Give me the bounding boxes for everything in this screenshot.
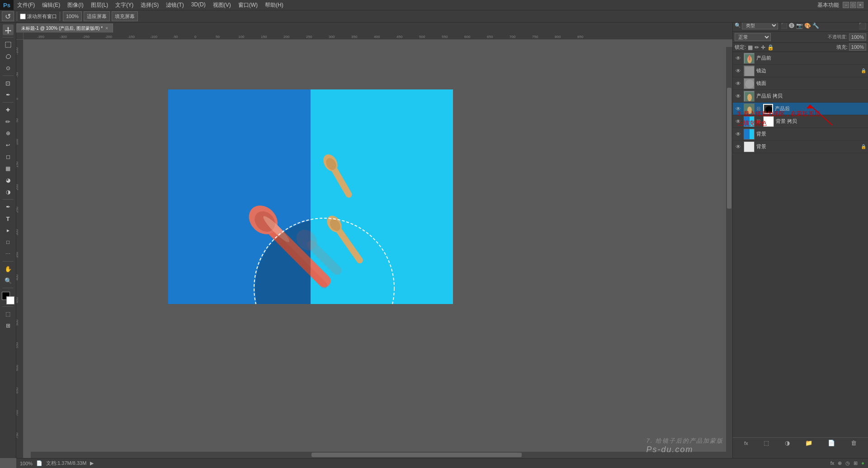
layer-filter-toggle[interactable]: ⬛ xyxy=(859,22,866,29)
layer-item-0[interactable]: 👁 产品前 xyxy=(733,52,868,65)
dodge-tool[interactable]: ◑ xyxy=(3,187,14,197)
layer-fx-button[interactable]: fx xyxy=(744,440,748,446)
doc-info-icon[interactable]: 📄 xyxy=(36,460,42,466)
menu-help[interactable]: 帮助(H) xyxy=(261,0,287,10)
fit-screen-button[interactable]: 适应屏幕 xyxy=(84,11,110,21)
history-brush-tool[interactable]: ↩ xyxy=(3,140,14,150)
layer-item-1[interactable]: 👁 镜边 🔒 xyxy=(733,65,868,77)
crop-tool[interactable]: ⊡ xyxy=(3,78,14,89)
svg-text:600: 600 xyxy=(464,35,471,39)
layer-mask-button[interactable]: ⬚ xyxy=(764,440,769,446)
lock-position-icon[interactable]: ✛ xyxy=(761,44,765,51)
scrollbar-horizontal[interactable] xyxy=(31,452,732,458)
scroll-thumb-horizontal[interactable] xyxy=(311,453,522,457)
menu-file[interactable]: 文件(F) xyxy=(14,0,38,10)
layer-adjustment-button[interactable]: ◑ xyxy=(785,440,790,446)
layer-chain-5: ⛓ xyxy=(756,119,761,124)
menu-filter[interactable]: 滤镜(T) xyxy=(162,0,187,10)
close-button[interactable]: × xyxy=(857,2,863,8)
document-tab[interactable]: 未标题-1 @ 100% (产品后, 图层蒙版/8) * × xyxy=(16,23,113,33)
menu-window[interactable]: 窗口(W) xyxy=(235,0,261,10)
menu-view[interactable]: 视图(V) xyxy=(209,0,235,10)
menu-text[interactable]: 文字(Y) xyxy=(112,0,137,10)
svg-text:300: 300 xyxy=(329,35,335,39)
layer-eye-2[interactable]: 👁 xyxy=(735,80,742,87)
eraser-tool[interactable]: ◻ xyxy=(3,151,14,162)
scroll-all-windows[interactable]: 滚动所有窗口 xyxy=(20,13,57,20)
doc-size-arrow[interactable]: ▶ xyxy=(90,460,94,466)
fill-screen-button[interactable]: 填充屏幕 xyxy=(112,11,138,21)
menu-edit[interactable]: 编辑(E) xyxy=(38,0,64,10)
custom-shape-tool[interactable]: ⋯ xyxy=(3,248,14,259)
blend-mode-select[interactable]: 正常 xyxy=(735,33,771,41)
layer-item-3[interactable]: 👁 产品后 拷贝 xyxy=(733,90,868,103)
layer-thumb-7 xyxy=(744,141,755,152)
tool-options-arrow[interactable]: ↺ xyxy=(2,11,14,21)
layer-eye-4[interactable]: 👁 xyxy=(735,105,742,112)
workspace-label[interactable]: 基本功能 xyxy=(817,1,839,9)
svg-text:850: 850 xyxy=(577,35,584,39)
layer-eye-5[interactable]: 👁 xyxy=(735,118,742,125)
layer-name-5: 背景 拷贝 xyxy=(776,118,866,125)
brush-tool[interactable]: ✏ xyxy=(3,116,14,127)
fill-value[interactable]: 100% xyxy=(849,43,866,51)
layer-chain-4: ⛓ xyxy=(756,106,761,111)
pen-tool[interactable]: ✒ xyxy=(3,201,14,212)
lock-pixels-icon[interactable]: ✏ xyxy=(755,44,759,51)
layer-thumb-4 xyxy=(744,103,755,114)
layer-item-4[interactable]: 👁 ⛓ 产品后 xyxy=(733,103,868,115)
eyedropper-tool[interactable]: ✒ xyxy=(3,89,14,100)
menu-image[interactable]: 图像(I) xyxy=(64,0,87,10)
zoom-value[interactable]: 100% xyxy=(63,11,82,21)
background-color[interactable] xyxy=(6,296,14,304)
layer-eye-7[interactable]: 👁 xyxy=(735,143,742,150)
zoom-tool[interactable]: 🔍 xyxy=(3,275,14,286)
lock-transparent-icon[interactable]: ▦ xyxy=(748,44,753,51)
layer-filter-select[interactable]: 类型 xyxy=(742,22,778,29)
marquee-tool[interactable] xyxy=(3,39,14,50)
lasso-tool[interactable] xyxy=(3,51,14,62)
status-icon-4[interactable]: ⊞ xyxy=(854,460,858,466)
layer-eye-6[interactable]: 👁 xyxy=(735,131,742,138)
status-icon-1[interactable]: fx xyxy=(830,460,835,466)
spot-heal-tool[interactable]: ✚ xyxy=(3,104,14,115)
quick-select-tool[interactable]: ⊙ xyxy=(3,63,14,74)
opacity-value[interactable]: 100% xyxy=(849,33,866,41)
layer-eye-1[interactable]: 👁 xyxy=(735,67,742,75)
quick-mask-tool[interactable]: ⬚ xyxy=(3,309,14,319)
scroll-thumb-vertical[interactable] xyxy=(727,88,731,209)
layer-new-button[interactable]: 📄 xyxy=(828,440,835,446)
shape-tool[interactable]: □ xyxy=(3,237,14,248)
layer-eye-0[interactable]: 👁 xyxy=(735,55,742,62)
maximize-button[interactable]: □ xyxy=(850,2,856,8)
layer-item-7[interactable]: 👁 背景 🔒 xyxy=(733,140,868,153)
zoom-status: 100% xyxy=(20,461,33,466)
gradient-tool[interactable]: ▦ xyxy=(3,163,14,174)
scrollbar-vertical[interactable] xyxy=(726,47,732,452)
minimize-button[interactable]: － xyxy=(843,2,849,8)
clone-stamp-tool[interactable]: ⊕ xyxy=(3,128,14,139)
svg-text:-350: -350 xyxy=(37,35,45,39)
layer-delete-button[interactable]: 🗑 xyxy=(851,440,857,446)
screen-mode-tool[interactable]: ⊞ xyxy=(3,320,14,331)
text-tool[interactable]: T xyxy=(3,213,14,224)
layer-item-6[interactable]: 👁 背景 xyxy=(733,128,868,140)
layer-eye-3[interactable]: 👁 xyxy=(735,93,742,100)
status-icon-2[interactable]: ⊕ xyxy=(838,460,842,466)
canvas-content xyxy=(24,40,732,458)
status-icon-5[interactable]: ● xyxy=(861,460,864,466)
hand-tool[interactable]: ✋ xyxy=(3,263,14,274)
lock-all-icon[interactable]: 🔒 xyxy=(767,44,774,51)
menu-select[interactable]: 选择(S) xyxy=(137,0,162,10)
move-tool[interactable] xyxy=(3,24,14,35)
layer-group-button[interactable]: 📁 xyxy=(805,440,812,446)
layer-item-2[interactable]: 👁 镜面 xyxy=(733,77,868,90)
menu-layer[interactable]: 图层(L) xyxy=(87,0,112,10)
menu-3d[interactable]: 3D(D) xyxy=(188,0,209,10)
status-icon-3[interactable]: ◷ xyxy=(845,460,850,466)
fg-bg-color-picker[interactable] xyxy=(2,292,14,304)
layer-item-5[interactable]: 👁 ⛓ 背景 拷贝 xyxy=(733,115,868,128)
path-select-tool[interactable]: ▸ xyxy=(3,225,14,236)
tab-close-button[interactable]: × xyxy=(105,26,108,31)
blur-tool[interactable]: ◕ xyxy=(3,175,14,186)
